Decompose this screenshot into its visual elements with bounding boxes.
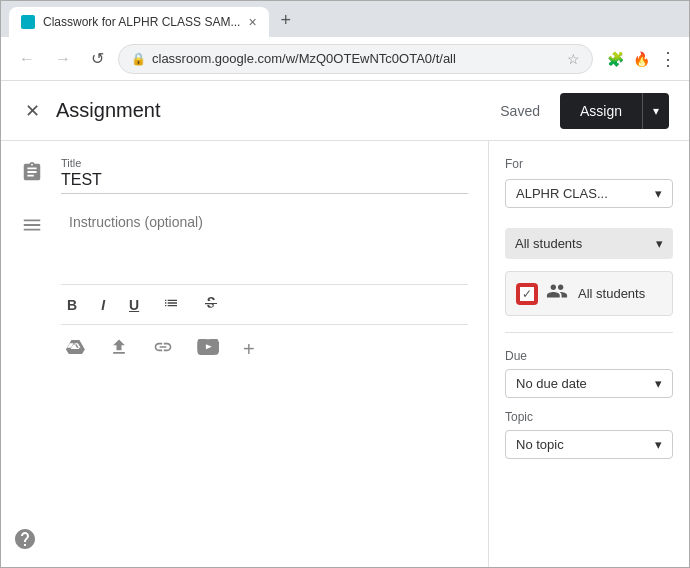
due-label: Due — [505, 349, 673, 363]
new-tab-button[interactable]: + — [273, 4, 300, 37]
for-section: For ALPHR CLAS... ▾ — [505, 157, 673, 208]
assignment-header: ✕ Assignment Saved Assign ▾ — [1, 81, 689, 141]
tab-bar: Classwork for ALPHR CLASS SAM... × + — [1, 1, 689, 37]
all-students-text: All students — [578, 286, 645, 301]
due-dropdown[interactable]: No due date ▾ — [505, 369, 673, 398]
close-button[interactable]: ✕ — [21, 96, 44, 126]
underline-button[interactable]: U — [123, 293, 145, 317]
students-dropdown-arrow: ▾ — [656, 236, 663, 251]
all-students-row[interactable]: ✓ All students — [506, 272, 672, 315]
checkbox-check: ✓ — [522, 287, 532, 301]
format-icon — [21, 214, 45, 241]
page-title: Assignment — [56, 99, 488, 122]
reload-button[interactable]: ↺ — [85, 47, 110, 71]
add-button[interactable]: + — [239, 334, 259, 365]
forward-button[interactable]: → — [49, 47, 77, 71]
upload-button[interactable] — [105, 333, 133, 365]
topic-dropdown[interactable]: No topic ▾ — [505, 430, 673, 459]
assignment-icon — [21, 161, 45, 188]
people-icon — [546, 280, 568, 307]
extension-icons: 🧩 🔥 — [605, 49, 651, 69]
all-students-popup: ✓ All students — [505, 271, 673, 316]
italic-button[interactable]: I — [95, 293, 111, 317]
tab-favicon — [21, 15, 35, 29]
class-dropdown-value: ALPHR CLAS... — [516, 186, 608, 201]
topic-dropdown-value: No topic — [516, 437, 564, 452]
link-button[interactable] — [149, 333, 177, 365]
topic-section: Topic No topic ▾ — [505, 410, 673, 459]
list-button[interactable] — [157, 291, 185, 318]
nav-bar: ← → ↺ 🔒 classroom.google.com/w/MzQ0OTEwN… — [1, 37, 689, 81]
class-dropdown-arrow: ▾ — [655, 186, 662, 201]
help-button[interactable] — [13, 527, 37, 555]
tab-close-button[interactable]: × — [248, 14, 256, 30]
all-students-checkbox[interactable]: ✓ — [518, 285, 536, 303]
attachment-toolbar: + — [61, 325, 468, 373]
title-value[interactable]: TEST — [61, 171, 468, 189]
instructions-section: B I U — [21, 206, 468, 373]
saved-status: Saved — [500, 103, 540, 119]
drive-button[interactable] — [61, 333, 89, 365]
browser-menu-button[interactable]: ⋮ — [659, 48, 677, 70]
topic-label: Topic — [505, 410, 673, 424]
due-dropdown-value: No due date — [516, 376, 587, 391]
page-content: ✕ Assignment Saved Assign ▾ Ti — [1, 81, 689, 567]
students-dropdown-value: All students — [515, 236, 582, 251]
strikethrough-button[interactable] — [197, 291, 225, 318]
extensions-icon[interactable]: 🧩 — [605, 49, 625, 69]
bookmark-icon[interactable]: ☆ — [567, 51, 580, 67]
class-dropdown[interactable]: ALPHR CLAS... ▾ — [505, 179, 673, 208]
assign-button[interactable]: Assign — [560, 93, 642, 129]
title-field[interactable]: Title TEST — [61, 157, 468, 194]
instructions-wrapper: B I U — [61, 206, 468, 373]
left-panel: Title TEST B I U — [1, 141, 489, 567]
assign-dropdown-button[interactable]: ▾ — [642, 93, 669, 129]
lock-icon: 🔒 — [131, 52, 146, 66]
bold-button[interactable]: B — [61, 293, 83, 317]
profile-icon[interactable]: 🔥 — [631, 49, 651, 69]
active-tab[interactable]: Classwork for ALPHR CLASS SAM... × — [9, 7, 269, 37]
due-section: Due No due date ▾ — [505, 349, 673, 398]
due-dropdown-arrow: ▾ — [655, 376, 662, 391]
address-bar[interactable]: 🔒 classroom.google.com/w/MzQ0OTEwNTc0OTA… — [118, 44, 593, 74]
for-label: For — [505, 157, 673, 171]
students-dropdown[interactable]: All students ▾ — [505, 228, 673, 259]
url-text: classroom.google.com/w/MzQ0OTEwNTc0OTA0/… — [152, 51, 557, 66]
title-label: Title — [61, 157, 468, 169]
title-section: Title TEST — [21, 157, 468, 194]
assign-button-group: Assign ▾ — [560, 93, 669, 129]
tab-title: Classwork for ALPHR CLASS SAM... — [43, 15, 240, 29]
back-button[interactable]: ← — [13, 47, 41, 71]
formatting-toolbar: B I U — [61, 284, 468, 325]
section-divider — [505, 332, 673, 333]
main-area: Title TEST B I U — [1, 141, 689, 567]
youtube-button[interactable] — [193, 335, 223, 363]
right-panel: For ALPHR CLAS... ▾ All students ▾ — [489, 141, 689, 567]
assign-dropdown-arrow: ▾ — [653, 104, 659, 118]
instructions-input[interactable] — [61, 206, 468, 276]
topic-dropdown-arrow: ▾ — [655, 437, 662, 452]
